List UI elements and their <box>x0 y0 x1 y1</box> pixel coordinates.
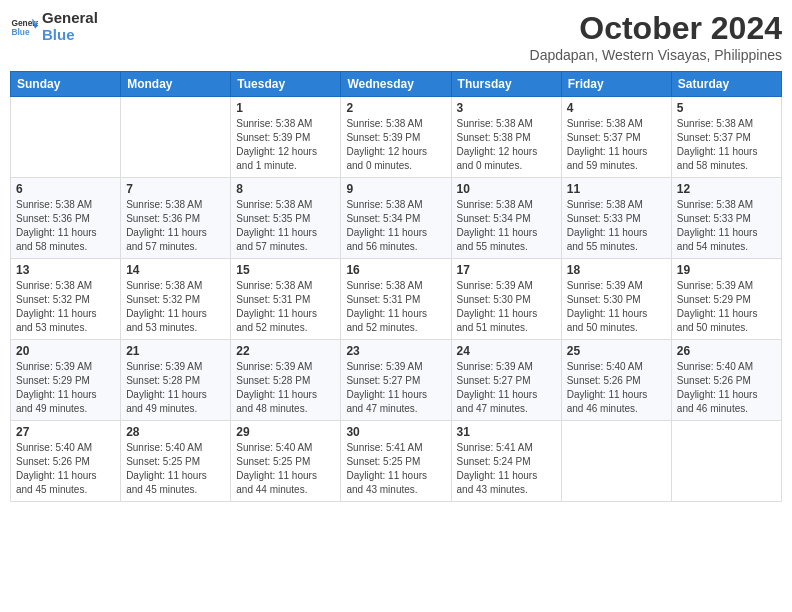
month-title: October 2024 <box>530 10 782 47</box>
calendar-cell: 13Sunrise: 5:38 AM Sunset: 5:32 PM Dayli… <box>11 259 121 340</box>
day-number: 7 <box>126 182 225 196</box>
day-number: 2 <box>346 101 445 115</box>
day-info: Sunrise: 5:38 AM Sunset: 5:33 PM Dayligh… <box>677 198 776 254</box>
day-info: Sunrise: 5:38 AM Sunset: 5:34 PM Dayligh… <box>346 198 445 254</box>
day-number: 13 <box>16 263 115 277</box>
day-number: 8 <box>236 182 335 196</box>
day-info: Sunrise: 5:38 AM Sunset: 5:33 PM Dayligh… <box>567 198 666 254</box>
day-number: 10 <box>457 182 556 196</box>
title-block: October 2024 Dapdapan, Western Visayas, … <box>530 10 782 63</box>
day-number: 16 <box>346 263 445 277</box>
calendar-cell <box>561 421 671 502</box>
calendar-cell: 4Sunrise: 5:38 AM Sunset: 5:37 PM Daylig… <box>561 97 671 178</box>
day-number: 26 <box>677 344 776 358</box>
calendar-cell: 25Sunrise: 5:40 AM Sunset: 5:26 PM Dayli… <box>561 340 671 421</box>
day-info: Sunrise: 5:39 AM Sunset: 5:27 PM Dayligh… <box>457 360 556 416</box>
calendar-cell: 7Sunrise: 5:38 AM Sunset: 5:36 PM Daylig… <box>121 178 231 259</box>
day-number: 12 <box>677 182 776 196</box>
calendar-week-row: 6Sunrise: 5:38 AM Sunset: 5:36 PM Daylig… <box>11 178 782 259</box>
day-number: 23 <box>346 344 445 358</box>
logo-line1: General <box>42 10 98 27</box>
calendar-cell: 12Sunrise: 5:38 AM Sunset: 5:33 PM Dayli… <box>671 178 781 259</box>
calendar-cell: 26Sunrise: 5:40 AM Sunset: 5:26 PM Dayli… <box>671 340 781 421</box>
calendar-cell: 14Sunrise: 5:38 AM Sunset: 5:32 PM Dayli… <box>121 259 231 340</box>
calendar-cell: 1Sunrise: 5:38 AM Sunset: 5:39 PM Daylig… <box>231 97 341 178</box>
day-number: 29 <box>236 425 335 439</box>
day-info: Sunrise: 5:39 AM Sunset: 5:29 PM Dayligh… <box>16 360 115 416</box>
calendar-cell: 8Sunrise: 5:38 AM Sunset: 5:35 PM Daylig… <box>231 178 341 259</box>
day-info: Sunrise: 5:38 AM Sunset: 5:35 PM Dayligh… <box>236 198 335 254</box>
calendar-cell: 23Sunrise: 5:39 AM Sunset: 5:27 PM Dayli… <box>341 340 451 421</box>
calendar-cell <box>671 421 781 502</box>
day-info: Sunrise: 5:38 AM Sunset: 5:32 PM Dayligh… <box>126 279 225 335</box>
calendar-cell: 22Sunrise: 5:39 AM Sunset: 5:28 PM Dayli… <box>231 340 341 421</box>
calendar-cell: 28Sunrise: 5:40 AM Sunset: 5:25 PM Dayli… <box>121 421 231 502</box>
day-info: Sunrise: 5:38 AM Sunset: 5:36 PM Dayligh… <box>126 198 225 254</box>
day-info: Sunrise: 5:39 AM Sunset: 5:28 PM Dayligh… <box>236 360 335 416</box>
day-info: Sunrise: 5:38 AM Sunset: 5:39 PM Dayligh… <box>346 117 445 173</box>
calendar-cell <box>121 97 231 178</box>
calendar-header-row: SundayMondayTuesdayWednesdayThursdayFrid… <box>11 72 782 97</box>
calendar-cell: 30Sunrise: 5:41 AM Sunset: 5:25 PM Dayli… <box>341 421 451 502</box>
calendar-week-row: 1Sunrise: 5:38 AM Sunset: 5:39 PM Daylig… <box>11 97 782 178</box>
day-number: 11 <box>567 182 666 196</box>
logo: General Blue General Blue <box>10 10 98 43</box>
day-header-tuesday: Tuesday <box>231 72 341 97</box>
calendar-cell: 17Sunrise: 5:39 AM Sunset: 5:30 PM Dayli… <box>451 259 561 340</box>
day-info: Sunrise: 5:40 AM Sunset: 5:25 PM Dayligh… <box>236 441 335 497</box>
day-number: 15 <box>236 263 335 277</box>
day-info: Sunrise: 5:38 AM Sunset: 5:38 PM Dayligh… <box>457 117 556 173</box>
day-info: Sunrise: 5:39 AM Sunset: 5:27 PM Dayligh… <box>346 360 445 416</box>
day-info: Sunrise: 5:41 AM Sunset: 5:24 PM Dayligh… <box>457 441 556 497</box>
day-number: 20 <box>16 344 115 358</box>
calendar-cell: 2Sunrise: 5:38 AM Sunset: 5:39 PM Daylig… <box>341 97 451 178</box>
day-number: 4 <box>567 101 666 115</box>
day-header-saturday: Saturday <box>671 72 781 97</box>
day-number: 19 <box>677 263 776 277</box>
calendar-week-row: 13Sunrise: 5:38 AM Sunset: 5:32 PM Dayli… <box>11 259 782 340</box>
calendar-cell: 15Sunrise: 5:38 AM Sunset: 5:31 PM Dayli… <box>231 259 341 340</box>
day-number: 31 <box>457 425 556 439</box>
day-info: Sunrise: 5:38 AM Sunset: 5:32 PM Dayligh… <box>16 279 115 335</box>
day-info: Sunrise: 5:38 AM Sunset: 5:37 PM Dayligh… <box>677 117 776 173</box>
day-info: Sunrise: 5:39 AM Sunset: 5:28 PM Dayligh… <box>126 360 225 416</box>
day-number: 14 <box>126 263 225 277</box>
day-number: 27 <box>16 425 115 439</box>
day-info: Sunrise: 5:40 AM Sunset: 5:26 PM Dayligh… <box>16 441 115 497</box>
day-number: 25 <box>567 344 666 358</box>
calendar-cell: 6Sunrise: 5:38 AM Sunset: 5:36 PM Daylig… <box>11 178 121 259</box>
calendar-cell: 11Sunrise: 5:38 AM Sunset: 5:33 PM Dayli… <box>561 178 671 259</box>
day-header-thursday: Thursday <box>451 72 561 97</box>
day-number: 1 <box>236 101 335 115</box>
calendar-cell: 19Sunrise: 5:39 AM Sunset: 5:29 PM Dayli… <box>671 259 781 340</box>
calendar-cell: 16Sunrise: 5:38 AM Sunset: 5:31 PM Dayli… <box>341 259 451 340</box>
day-number: 6 <box>16 182 115 196</box>
day-info: Sunrise: 5:38 AM Sunset: 5:37 PM Dayligh… <box>567 117 666 173</box>
logo-line2: Blue <box>42 27 98 44</box>
day-header-sunday: Sunday <box>11 72 121 97</box>
day-number: 18 <box>567 263 666 277</box>
calendar-cell: 20Sunrise: 5:39 AM Sunset: 5:29 PM Dayli… <box>11 340 121 421</box>
day-header-friday: Friday <box>561 72 671 97</box>
day-number: 5 <box>677 101 776 115</box>
day-info: Sunrise: 5:38 AM Sunset: 5:31 PM Dayligh… <box>346 279 445 335</box>
day-info: Sunrise: 5:40 AM Sunset: 5:25 PM Dayligh… <box>126 441 225 497</box>
day-number: 21 <box>126 344 225 358</box>
calendar-cell: 18Sunrise: 5:39 AM Sunset: 5:30 PM Dayli… <box>561 259 671 340</box>
location-subtitle: Dapdapan, Western Visayas, Philippines <box>530 47 782 63</box>
page-header: General Blue General Blue October 2024 D… <box>10 10 782 63</box>
day-info: Sunrise: 5:38 AM Sunset: 5:36 PM Dayligh… <box>16 198 115 254</box>
calendar-cell <box>11 97 121 178</box>
calendar-cell: 9Sunrise: 5:38 AM Sunset: 5:34 PM Daylig… <box>341 178 451 259</box>
svg-text:Blue: Blue <box>11 27 29 37</box>
calendar-cell: 10Sunrise: 5:38 AM Sunset: 5:34 PM Dayli… <box>451 178 561 259</box>
day-number: 22 <box>236 344 335 358</box>
day-number: 24 <box>457 344 556 358</box>
day-info: Sunrise: 5:39 AM Sunset: 5:30 PM Dayligh… <box>567 279 666 335</box>
calendar-cell: 5Sunrise: 5:38 AM Sunset: 5:37 PM Daylig… <box>671 97 781 178</box>
day-number: 28 <box>126 425 225 439</box>
day-info: Sunrise: 5:40 AM Sunset: 5:26 PM Dayligh… <box>677 360 776 416</box>
calendar-cell: 21Sunrise: 5:39 AM Sunset: 5:28 PM Dayli… <box>121 340 231 421</box>
day-info: Sunrise: 5:41 AM Sunset: 5:25 PM Dayligh… <box>346 441 445 497</box>
day-info: Sunrise: 5:38 AM Sunset: 5:34 PM Dayligh… <box>457 198 556 254</box>
